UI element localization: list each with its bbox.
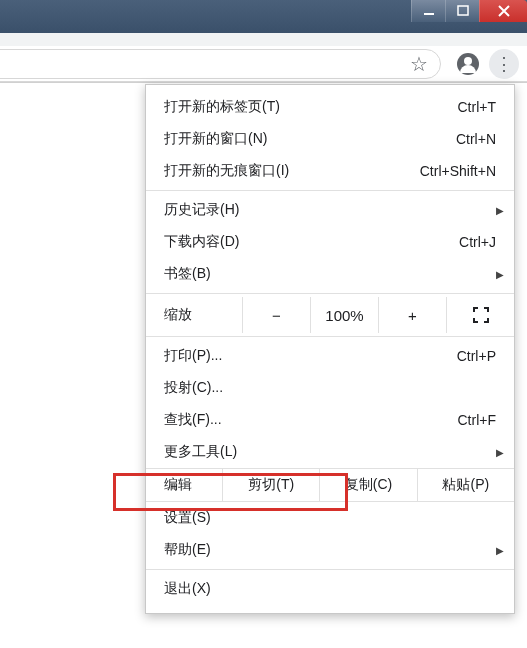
close-button[interactable]	[479, 0, 527, 22]
menu-label: 投射(C)...	[164, 379, 496, 397]
toolbar: ☆ ⋮	[0, 46, 527, 82]
menu-label: 更多工具(L)	[164, 443, 496, 461]
menu-item-bookmarks[interactable]: 书签(B) ▶	[146, 258, 514, 290]
fullscreen-button[interactable]	[446, 297, 514, 333]
edit-label: 编辑	[146, 469, 222, 501]
address-bar[interactable]: ☆	[0, 49, 441, 79]
separator	[146, 336, 514, 337]
menu-item-exit[interactable]: 退出(X)	[146, 573, 514, 605]
menu-label: 书签(B)	[164, 265, 496, 283]
submenu-arrow-icon: ▶	[496, 545, 504, 556]
window-controls	[411, 0, 527, 24]
svg-point-3	[464, 57, 472, 65]
menu-item-edit: 编辑 剪切(T) 复制(C) 粘贴(P)	[146, 468, 514, 502]
menu-label: 帮助(E)	[164, 541, 496, 559]
menu-shortcut: Ctrl+J	[386, 234, 496, 250]
submenu-arrow-icon: ▶	[496, 447, 504, 458]
title-bar	[0, 0, 527, 33]
minimize-button[interactable]	[411, 0, 445, 22]
menu-item-cast[interactable]: 投射(C)...	[146, 372, 514, 404]
zoom-out-button[interactable]: −	[242, 297, 310, 333]
zoom-value: 100%	[310, 297, 378, 333]
menu-shortcut: Ctrl+T	[386, 99, 496, 115]
menu-item-help[interactable]: 帮助(E) ▶	[146, 534, 514, 566]
menu-item-incognito[interactable]: 打开新的无痕窗口(I) Ctrl+Shift+N	[146, 155, 514, 187]
menu-label: 打开新的无痕窗口(I)	[164, 162, 386, 180]
menu-item-new-tab[interactable]: 打开新的标签页(T) Ctrl+T	[146, 91, 514, 123]
separator	[146, 293, 514, 294]
copy-button[interactable]: 复制(C)	[319, 469, 416, 501]
menu-item-new-window[interactable]: 打开新的窗口(N) Ctrl+N	[146, 123, 514, 155]
menu-item-print[interactable]: 打印(P)... Ctrl+P	[146, 340, 514, 372]
menu-shortcut: Ctrl+N	[386, 131, 496, 147]
maximize-button[interactable]	[445, 0, 479, 22]
menu-item-zoom: 缩放 − 100% +	[146, 297, 514, 333]
submenu-arrow-icon: ▶	[496, 205, 504, 216]
menu-label: 下载内容(D)	[164, 233, 386, 251]
zoom-label: 缩放	[146, 306, 242, 324]
cut-button[interactable]: 剪切(T)	[222, 469, 319, 501]
menu-label: 打印(P)...	[164, 347, 386, 365]
menu-label: 查找(F)...	[164, 411, 386, 429]
menu-shortcut: Ctrl+P	[386, 348, 496, 364]
submenu-arrow-icon: ▶	[496, 269, 504, 280]
zoom-in-button[interactable]: +	[378, 297, 446, 333]
menu-label: 设置(S)	[164, 509, 496, 527]
profile-icon[interactable]	[453, 49, 483, 79]
separator	[146, 569, 514, 570]
separator	[146, 190, 514, 191]
menu-label: 历史记录(H)	[164, 201, 496, 219]
svg-rect-0	[424, 13, 434, 15]
menu-button[interactable]: ⋮	[489, 49, 519, 79]
menu-item-find[interactable]: 查找(F)... Ctrl+F	[146, 404, 514, 436]
svg-rect-1	[458, 6, 468, 15]
menu-item-settings[interactable]: 设置(S)	[146, 502, 514, 534]
menu-label: 打开新的标签页(T)	[164, 98, 386, 116]
main-menu: 打开新的标签页(T) Ctrl+T 打开新的窗口(N) Ctrl+N 打开新的无…	[145, 84, 515, 614]
menu-shortcut: Ctrl+F	[386, 412, 496, 428]
menu-shortcut: Ctrl+Shift+N	[386, 163, 496, 179]
menu-item-history[interactable]: 历史记录(H) ▶	[146, 194, 514, 226]
paste-button[interactable]: 粘贴(P)	[417, 469, 514, 501]
menu-label: 退出(X)	[164, 580, 496, 598]
bookmark-star-icon[interactable]: ☆	[410, 54, 428, 74]
menu-label: 打开新的窗口(N)	[164, 130, 386, 148]
menu-item-more-tools[interactable]: 更多工具(L) ▶	[146, 436, 514, 468]
menu-item-downloads[interactable]: 下载内容(D) Ctrl+J	[146, 226, 514, 258]
